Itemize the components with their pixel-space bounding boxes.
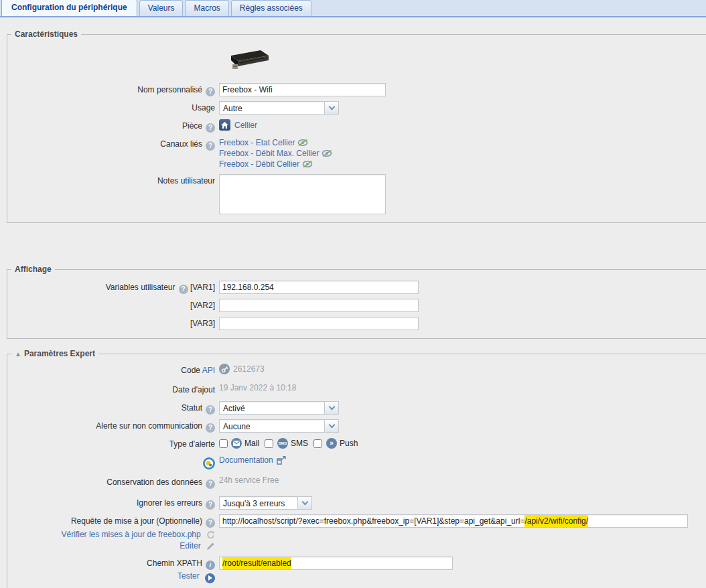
conservation-donnees-label: Conservation des données bbox=[107, 477, 202, 487]
piece-label: Pièce bbox=[182, 121, 202, 131]
verifier-maj-link[interactable]: Vérifier les mises à jour de freebox.php bbox=[62, 530, 201, 539]
var3-input[interactable] bbox=[219, 317, 419, 330]
nom-personnalise-input[interactable] bbox=[219, 83, 386, 96]
tester-link[interactable]: Tester bbox=[178, 571, 200, 581]
chevron-down-icon[interactable] bbox=[324, 102, 338, 114]
field-label-row: Alerte sur non communication? bbox=[7, 419, 215, 433]
collapse-arrow-icon[interactable]: ▲ bbox=[15, 350, 21, 358]
var2-input[interactable] bbox=[219, 299, 419, 312]
external-link-icon[interactable] bbox=[277, 456, 286, 465]
tab-configuration-peripherique[interactable]: Configuration du périphérique bbox=[1, 0, 137, 16]
ignorer-erreurs-select[interactable]: Jusqu'à 3 erreurs bbox=[219, 496, 312, 510]
notes-utilisateur-label: Notes utilisateur bbox=[157, 176, 215, 186]
notes-utilisateur-textarea[interactable] bbox=[219, 174, 386, 214]
xpath-highlighted: /root/result/enabled bbox=[222, 557, 291, 569]
tab-valeurs[interactable]: Valeurs bbox=[139, 0, 184, 16]
var1-input[interactable] bbox=[219, 281, 419, 294]
chevron-down-icon[interactable] bbox=[324, 420, 338, 432]
canal-link[interactable]: Freebox - Débit Cellier bbox=[219, 159, 299, 169]
pencil-icon[interactable] bbox=[206, 542, 215, 550]
field-label-row bbox=[7, 455, 215, 469]
canal-link[interactable]: Freebox - Etat Cellier bbox=[219, 138, 295, 147]
usage-label: Usage bbox=[192, 103, 215, 113]
alerte-selected-value: Aucune bbox=[220, 420, 324, 432]
field-label-row: Code API bbox=[7, 364, 215, 376]
field-label-row: Requête de mise à jour (Optionnelle)? bbox=[7, 514, 215, 528]
section-affichage-legend: Affichage bbox=[11, 265, 55, 274]
help-icon[interactable]: ? bbox=[206, 480, 215, 489]
documentation-link[interactable]: Documentation bbox=[219, 455, 273, 465]
field-label-row: Chemin XPATHi bbox=[7, 557, 215, 570]
date-ajout-label: Date d'ajout bbox=[172, 385, 215, 394]
tab-regles-associees[interactable]: Règles associées bbox=[231, 0, 311, 16]
sms-icon: SMS bbox=[277, 438, 288, 449]
section-caracteristiques-legend: Caractéristiques bbox=[11, 29, 81, 39]
alerte-select[interactable]: Aucune bbox=[219, 419, 339, 433]
help-icon[interactable]: ? bbox=[206, 405, 215, 415]
date-ajout-value: 19 Janv 2022 à 10:18 bbox=[219, 383, 296, 392]
field-label-row: Tester bbox=[7, 571, 215, 583]
home-icon[interactable] bbox=[219, 119, 230, 131]
usage-selected-value: Autre bbox=[220, 102, 324, 114]
field-label-row: Ignorer les erreurs? bbox=[7, 496, 215, 510]
chemin-xpath-label: Chemin XPATH bbox=[147, 559, 202, 568]
requete-maj-input[interactable]: http://localhost/script/?exec=freebox.ph… bbox=[219, 514, 688, 528]
variables-utilisateur-label: Variables utilisateur bbox=[106, 283, 175, 292]
legend-text: Paramètres Expert bbox=[24, 349, 95, 358]
canal-link[interactable]: Freebox - Débit Max. Cellier bbox=[219, 149, 319, 158]
statut-select[interactable]: Activé bbox=[219, 401, 339, 415]
chevron-down-icon[interactable] bbox=[324, 402, 338, 414]
eye-icon[interactable] bbox=[297, 139, 309, 147]
field-label-row: Date d'ajout bbox=[7, 383, 215, 395]
editer-link[interactable]: Editer bbox=[180, 541, 200, 550]
tab-label: Configuration du périphérique bbox=[11, 3, 127, 12]
api-link[interactable]: API bbox=[202, 366, 215, 375]
canal-link-row: Freebox - Débit Max. Cellier bbox=[219, 148, 333, 159]
plugin-logo-icon bbox=[203, 457, 215, 469]
chevron-down-icon[interactable] bbox=[297, 497, 311, 509]
play-icon[interactable] bbox=[205, 573, 215, 583]
requete-maj-label: Requête de mise à jour (Optionnelle) bbox=[71, 516, 202, 526]
eye-icon[interactable] bbox=[302, 160, 313, 168]
help-icon[interactable]: ? bbox=[206, 423, 215, 433]
conservation-value: 24h service Free bbox=[219, 475, 279, 485]
section-affichage: Affichage Variables utilisateur? [VAR1] … bbox=[7, 265, 706, 339]
chemin-xpath-input[interactable]: /root/result/enabled bbox=[219, 557, 453, 570]
canal-link-row: Freebox - Débit Cellier bbox=[219, 159, 333, 169]
field-label-row: [VAR2] bbox=[7, 299, 215, 311]
ignorer-erreurs-label: Ignorer les erreurs bbox=[137, 498, 202, 508]
field-label-row: Vérifier les mises à jour de freebox.php bbox=[7, 530, 215, 540]
help-icon[interactable]: ? bbox=[206, 87, 215, 96]
help-icon[interactable]: ? bbox=[206, 123, 215, 133]
refresh-icon[interactable] bbox=[206, 530, 215, 539]
help-icon[interactable]: ? bbox=[206, 518, 215, 528]
info-icon[interactable]: i bbox=[206, 561, 215, 570]
type-alerte-label: Type d'alerte bbox=[169, 439, 215, 449]
key-icon[interactable] bbox=[219, 364, 230, 374]
nom-personnalise-label: Nom personnalisé bbox=[137, 85, 202, 94]
mail-label: Mail bbox=[244, 439, 259, 448]
help-icon[interactable]: ? bbox=[179, 285, 188, 294]
push-checkbox[interactable] bbox=[313, 439, 322, 448]
help-icon[interactable]: ? bbox=[206, 500, 215, 510]
requete-url-highlighted: /api/v2/wifi/config/ bbox=[524, 515, 588, 527]
statut-selected-value: Activé bbox=[220, 402, 324, 414]
tab-macros[interactable]: Macros bbox=[185, 0, 228, 16]
help-icon[interactable]: ? bbox=[206, 141, 215, 151]
var2-tag: [VAR2] bbox=[190, 301, 215, 310]
field-label-row: Conservation des données? bbox=[7, 475, 215, 489]
sms-checkbox[interactable] bbox=[265, 439, 273, 448]
push-icon: » bbox=[326, 438, 337, 449]
canaux-lies-label: Canaux liés bbox=[160, 139, 202, 149]
field-label-row: Editer bbox=[7, 541, 215, 551]
usage-select[interactable]: Autre bbox=[219, 101, 339, 115]
field-label-row: Variables utilisateur? [VAR1] bbox=[7, 281, 215, 294]
code-label: Code bbox=[181, 366, 200, 375]
alerte-non-communication-label: Alerte sur non communication bbox=[96, 421, 202, 431]
statut-label: Statut bbox=[182, 403, 202, 413]
piece-link[interactable]: Cellier bbox=[234, 121, 257, 130]
tab-label: Macros bbox=[194, 3, 220, 13]
section-caracteristiques: Caractéristiques Nom personnalisé? Usage… bbox=[7, 29, 706, 223]
eye-icon[interactable] bbox=[322, 149, 333, 157]
mail-checkbox[interactable] bbox=[219, 439, 228, 448]
